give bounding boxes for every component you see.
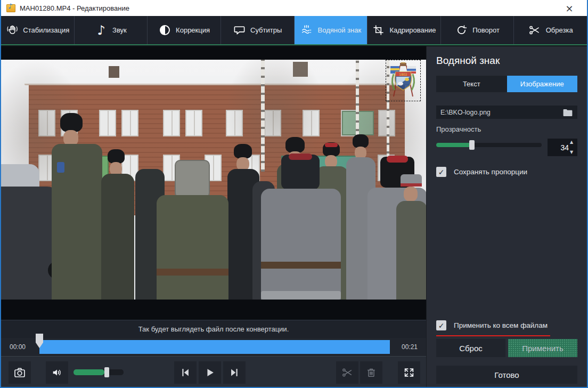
tab-trim[interactable]: Обрезка: [514, 16, 587, 44]
folder-icon[interactable]: [562, 108, 573, 117]
snapshot-button[interactable]: [9, 361, 31, 384]
tab-rotate[interactable]: Поворот: [441, 16, 514, 44]
tab-correction[interactable]: Коррекция: [148, 16, 221, 44]
rotate-icon: [455, 24, 468, 37]
apply-button[interactable]: Применить: [508, 339, 577, 357]
tab-text-mode[interactable]: Текст: [436, 76, 507, 92]
watermark-mode-tabs: Текст Изображение: [436, 76, 577, 92]
cut-button[interactable]: [336, 361, 358, 384]
watermark-icon: [300, 24, 313, 37]
play-button[interactable]: [199, 361, 221, 384]
timeline-selection[interactable]: [39, 340, 390, 354]
sound-icon: ♪: [95, 24, 108, 37]
speaker-icon: [51, 367, 63, 378]
skip-back-icon: [179, 367, 191, 378]
tab-label: Звук: [112, 26, 127, 34]
subtitles-icon: [233, 24, 246, 37]
close-icon[interactable]: ×: [560, 0, 578, 16]
scissors-icon: [528, 24, 541, 37]
tab-label: Коррекция: [176, 26, 210, 34]
camera-icon: [13, 366, 26, 379]
title-bar: ♪ MAH01280.MP4 - Редактирование ×: [1, 0, 587, 16]
delete-button[interactable]: [360, 361, 382, 384]
coat-of-arms-image: 1802: [388, 62, 418, 99]
watermark-panel: Водяной знак Текст Изображение E:\BKO-lo…: [426, 46, 587, 387]
timeline-track[interactable]: [39, 340, 390, 354]
preview-area: 1802 Так будет выглядеть файл после конв…: [1, 46, 426, 387]
panel-title: Водяной знак: [436, 55, 500, 67]
keep-proportions-label: Сохранять пропорции: [454, 168, 527, 176]
next-frame-button[interactable]: [223, 361, 246, 384]
tab-label: Водяной знак: [318, 26, 362, 34]
tab-label: Стабилизация: [23, 26, 69, 34]
app-icon: ♪: [6, 4, 15, 12]
watermark-file-row[interactable]: E:\BKO-logo.png: [436, 106, 577, 119]
skip-forward-icon: [228, 367, 240, 378]
opacity-spinner: ▲ ▼: [568, 140, 575, 155]
tab-sound[interactable]: ♪ Звук: [75, 16, 148, 44]
watermark-file-path: E:\BKO-logo.png: [440, 109, 562, 116]
timeline: 00:00 00:21: [1, 338, 426, 356]
tab-label: Кадрирование: [389, 26, 436, 34]
preview-caption: Так будет выглядеть файл после конвертац…: [1, 320, 426, 338]
video-frame: 1802: [1, 60, 426, 300]
previous-frame-button[interactable]: [174, 361, 197, 384]
spinner-down-icon[interactable]: ▼: [570, 150, 573, 155]
fullscreen-button[interactable]: [398, 361, 420, 384]
crop-icon: [372, 24, 385, 37]
volume-slider-thumb[interactable]: [104, 367, 109, 377]
tab-crop[interactable]: Кадрирование: [368, 16, 441, 44]
time-start: 00:00: [10, 338, 26, 356]
tab-stabilization[interactable]: Стабилизация: [1, 16, 75, 44]
apply-all-label: Применить ко всем файлам: [454, 321, 548, 329]
opacity-value-input[interactable]: [548, 139, 569, 156]
reset-button[interactable]: Сброс: [436, 339, 505, 357]
opacity-slider-thumb[interactable]: [469, 140, 475, 150]
mute-button[interactable]: [46, 361, 68, 384]
red-underline: [436, 335, 550, 336]
stabilization-icon: [5, 24, 18, 37]
tool-tabbar: Стабилизация ♪ Звук Коррекция Субтитры: [1, 16, 587, 45]
tab-label: Поворот: [472, 26, 500, 34]
svg-text:1802: 1802: [399, 72, 407, 76]
editing-window: ♪ MAH01280.MP4 - Редактирование × Стабил…: [0, 0, 588, 388]
tab-image-mode[interactable]: Изображение: [507, 76, 578, 92]
tab-subtitles[interactable]: Субтитры: [221, 16, 295, 44]
tab-watermark[interactable]: Водяной знак: [295, 16, 368, 44]
opacity-label: Прозрачность: [436, 125, 481, 133]
scissors-icon: [341, 367, 353, 378]
keep-proportions-checkbox[interactable]: ✓: [436, 167, 446, 177]
apply-all-checkbox-row[interactable]: ✓ Применить ко всем файлам: [436, 320, 548, 330]
tab-label: Обрезка: [546, 26, 573, 34]
time-end: 00:21: [402, 338, 418, 356]
volume-slider[interactable]: [74, 369, 124, 375]
spinner-up-icon[interactable]: ▲: [570, 140, 573, 144]
playback-controls: [1, 356, 426, 388]
apply-all-checkbox[interactable]: ✓: [436, 320, 446, 330]
correction-icon: [158, 24, 171, 37]
fullscreen-icon: [403, 367, 415, 378]
done-button[interactable]: Готово: [436, 366, 577, 384]
opacity-slider[interactable]: [436, 143, 542, 147]
play-icon: [204, 367, 216, 378]
keep-proportions-checkbox-row[interactable]: ✓ Сохранять пропорции: [436, 167, 527, 177]
watermark-overlay[interactable]: 1802: [386, 60, 421, 101]
window-title: MAH01280.MP4 - Редактирование: [20, 4, 129, 12]
video-stage: 1802: [1, 46, 426, 320]
opacity-value-box: ▲ ▼: [548, 139, 577, 156]
trash-icon: [365, 367, 377, 378]
tab-label: Субтитры: [250, 26, 282, 34]
